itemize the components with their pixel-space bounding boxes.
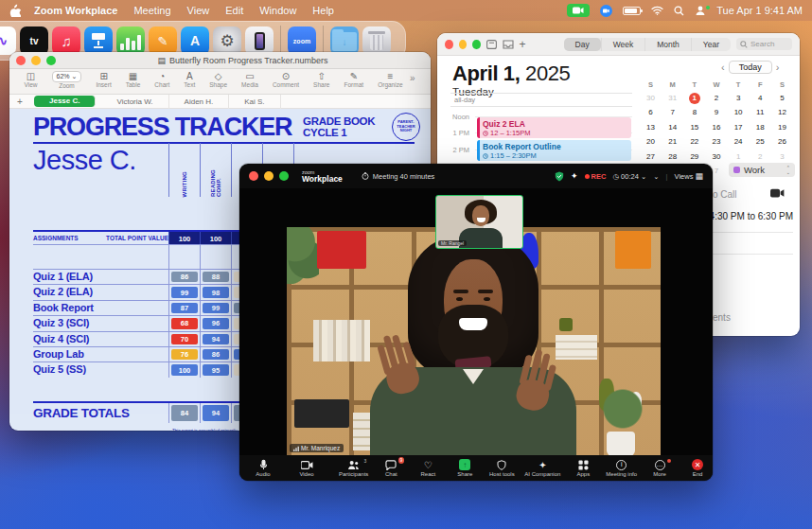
mini-month-day[interactable]: 24 [728,136,750,148]
dock-music[interactable]: ♫ [52,26,80,55]
tab-week[interactable]: Week [601,38,645,51]
prev-day-button[interactable]: ‹ [721,61,725,74]
more-button[interactable]: …More [645,459,674,477]
tab-kai[interactable]: Kai S. [229,95,280,109]
today-button[interactable]: Today [729,61,772,74]
mini-month-day[interactable]: 6 [640,107,662,118]
apps-button[interactable]: Apps [569,459,597,477]
camera-active-icon[interactable] [567,4,590,17]
dock-downloads[interactable]: ↓ [330,26,359,55]
mini-month-day[interactable]: 25 [750,136,771,148]
mini-month-day[interactable]: 3 [728,93,750,104]
organize-button[interactable]: ≡Organize [371,71,410,89]
zoom-title-bar[interactable]: zoomWorkplace Meeting 40 minutes ✦ REC ◷… [239,164,713,188]
share-button[interactable]: ↑Share [450,459,479,477]
mini-month-day[interactable]: 18 [750,122,771,133]
battery-icon[interactable] [623,7,641,15]
chevron-down-icon[interactable]: ⌄ [653,172,659,181]
close-button[interactable] [249,171,258,181]
zoom-window-button[interactable] [472,40,481,49]
mini-month-day[interactable]: 1 [728,151,750,163]
shape-button[interactable]: ◇Shape [203,71,235,89]
menu-meeting[interactable]: Meeting [133,5,170,16]
menu-help[interactable]: Help [312,5,334,16]
tab-victoria[interactable]: Victoria W. [101,95,168,109]
speaker-video[interactable]: Mr. Manriquez [287,227,661,455]
mini-month-day[interactable]: 2 [750,151,771,163]
menu-clock[interactable]: Tue Apr 1 9:41 AM [716,5,803,16]
minimize-button[interactable] [31,56,41,65]
audio-button[interactable]: Audio [249,459,277,477]
comment-button[interactable]: ⊙Comment [265,71,306,89]
calendar-set-dropdown[interactable]: Work⌃⌄ [729,163,795,177]
tab-aiden[interactable]: Aiden H. [169,95,230,109]
add-sheet-button[interactable]: + [17,97,34,107]
host-tools-button[interactable]: Host tools [487,459,516,477]
mini-month-day[interactable]: 4 [750,93,771,104]
add-event-button[interactable]: + [520,38,526,51]
mini-month-day[interactable]: 8 [683,107,705,118]
menu-window[interactable]: Window [259,5,296,16]
meeting-info-button[interactable]: iMeeting info [606,459,637,477]
participants-button[interactable]: 3Participants [339,459,368,477]
menu-app-name[interactable]: Zoom Workplace [34,5,117,16]
mini-month-day[interactable]: 3 [771,151,793,163]
mini-month-day[interactable]: 11 [750,107,771,118]
video-button[interactable]: Video [292,459,321,477]
calendar-list-icon[interactable] [486,40,497,49]
apple-menu[interactable] [9,4,21,17]
mini-month-day[interactable]: 5 [771,93,793,104]
mini-month-day[interactable]: 13 [640,122,662,133]
toolbar-overflow-button[interactable]: » [410,71,423,83]
numbers-title-bar[interactable]: ▤Butterfly Room Progress Tracker.numbers [9,52,431,69]
chart-button[interactable]: ◔Chart [148,71,177,89]
user-status-icon[interactable] [695,5,706,16]
mini-month-day[interactable]: 14 [662,122,683,133]
mini-month-day[interactable]: 12 [771,107,793,118]
inbox-icon[interactable] [503,40,514,49]
event-quiz2-ela[interactable]: Quiz 2 ELA12 – 1:15PM [477,117,631,138]
view-button[interactable]: ◫View [17,71,44,89]
menu-edit[interactable]: Edit [225,5,243,16]
table-button[interactable]: ▦Table [118,71,148,89]
mini-month-day[interactable]: 1 [689,93,700,104]
ai-sparkle-icon[interactable]: ✦ [571,171,578,181]
dock-keynote[interactable] [84,26,113,55]
mini-month-day[interactable]: 26 [771,136,793,148]
dock-appstore[interactable]: A [181,26,209,55]
dock-trash[interactable] [362,26,391,55]
zoom-control[interactable]: 62% ⌄Zoom [44,71,89,90]
mini-month-day[interactable]: 21 [662,136,683,148]
tab-month[interactable]: Month [644,38,691,51]
chat-button[interactable]: 9Chat [377,459,405,477]
tab-day[interactable]: Day [564,38,601,51]
mini-month-day[interactable]: 19 [771,122,793,133]
close-button[interactable] [445,40,453,49]
mini-month-day[interactable]: 2 [705,93,727,104]
search-input[interactable]: Search [736,38,792,50]
mini-month-day[interactable]: 16 [705,122,727,133]
zoom-window-button[interactable] [279,171,289,181]
dock-pages[interactable]: ✎ [149,26,177,55]
react-button[interactable]: ♡React [414,459,442,477]
views-button[interactable]: Views ▦ [675,171,703,181]
mini-month-day[interactable]: 27 [640,151,662,163]
insert-button[interactable]: ⊞Insert [89,71,118,89]
mini-month-day[interactable]: 28 [662,151,683,163]
event-book-report-outline[interactable]: Book Report Outline1:15 – 2:30PM [477,140,631,161]
wifi-icon[interactable] [651,6,663,15]
mini-month-day[interactable]: 10 [728,107,750,118]
minimize-button[interactable] [459,40,468,49]
mini-month-day[interactable]: 7 [662,107,683,118]
next-day-button[interactable]: › [776,61,780,74]
mini-month-day[interactable]: 23 [705,136,727,148]
point-value-cell[interactable]: 100 [200,232,231,244]
zoom-window-button[interactable] [46,56,56,65]
tab-year[interactable]: Year [691,38,731,51]
end-meeting-button[interactable]: ✕End [692,459,703,477]
mini-month-day[interactable]: 30 [705,151,727,163]
search-icon[interactable] [674,6,684,16]
video-call-icon[interactable] [770,188,785,198]
mini-month-day[interactable]: 29 [683,151,705,163]
mini-month-day[interactable]: 9 [705,107,727,118]
